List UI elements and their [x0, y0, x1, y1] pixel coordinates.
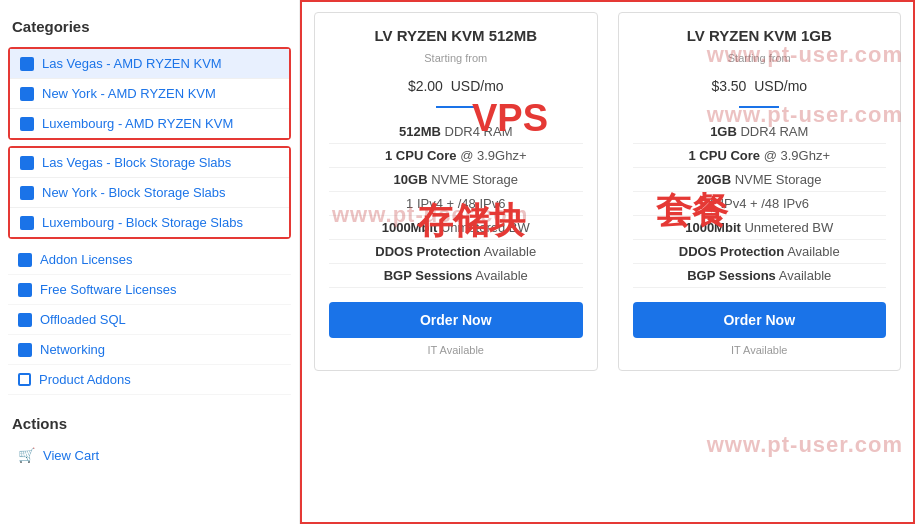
product-card-1gb: LV RYZEN KVM 1GB Starting from $3.50 USD… [618, 12, 902, 371]
sidebar-item-ny-block-storage[interactable]: New York - Block Storage Slabs [10, 178, 289, 208]
product-card-512mb: LV RYZEN KVM 512MB Starting from $2.00 U… [314, 12, 598, 371]
sidebar-item-lv-amd-ryzen-kvm[interactable]: Las Vegas - AMD RYZEN KVM [10, 49, 289, 79]
feature-list-2: 1GB DDR4 RAM 1 CPU Core @ 3.9Ghz+ 20GB N… [633, 120, 887, 288]
vps-category-group: Las Vegas - AMD RYZEN KVM New York - AMD… [8, 47, 291, 140]
addon-icon [18, 253, 32, 267]
order-button-1[interactable]: Order Now [329, 302, 583, 338]
feature-ram-1: 512MB DDR4 RAM [329, 120, 583, 144]
price-divider-2 [739, 106, 779, 108]
sidebar-item-ny-amd-ryzen-kvm[interactable]: New York - AMD RYZEN KVM [10, 79, 289, 109]
network-icon [18, 343, 32, 357]
categories-title: Categories [0, 10, 299, 43]
feature-ddos-1: DDOS Protection Available [329, 240, 583, 264]
feature-ddos-2: DDOS Protection Available [633, 240, 887, 264]
currency-1: USD/mo [451, 78, 504, 94]
feature-bw-1: 1000Mbit Unmetered BW [329, 216, 583, 240]
license-icon [18, 283, 32, 297]
feature-storage-2: 20GB NVME Storage [633, 168, 887, 192]
it-available-2: IT Available [633, 344, 887, 356]
sql-icon [18, 313, 32, 327]
price-2: $3.50 USD/mo [633, 66, 887, 98]
price-divider-1 [436, 106, 476, 108]
starting-from-2: Starting from [633, 52, 887, 64]
sidebar-item-free-software-licenses[interactable]: Free Software Licenses [8, 275, 291, 305]
server-icon [20, 117, 34, 131]
price-1: $2.00 USD/mo [329, 66, 583, 98]
feature-bgp-2: BGP Sessions Available [633, 264, 887, 288]
server-icon [20, 87, 34, 101]
cart-icon: 🛒 [18, 447, 35, 463]
feature-storage-1: 10GB NVME Storage [329, 168, 583, 192]
storage-icon [20, 156, 34, 170]
actions-section: Actions 🛒 View Cart [0, 407, 299, 470]
sidebar: Categories Las Vegas - AMD RYZEN KVM New… [0, 0, 300, 524]
sidebar-item-addon-licenses[interactable]: Addon Licenses [8, 245, 291, 275]
storage-icon [20, 186, 34, 200]
watermark-4: www.pt-user.com [707, 432, 903, 458]
feature-ip-2: 1 IPv4 + /48 IPv6 [633, 192, 887, 216]
view-cart-link[interactable]: 🛒 View Cart [8, 440, 291, 470]
server-icon [20, 57, 34, 71]
product-name-1: LV RYZEN KVM 512MB [329, 27, 583, 44]
storage-icon [20, 216, 34, 230]
feature-list-1: 512MB DDR4 RAM 1 CPU Core @ 3.9Ghz+ 10GB… [329, 120, 583, 288]
feature-ram-2: 1GB DDR4 RAM [633, 120, 887, 144]
feature-ip-1: 1 IPv4 + /48 IPv6 [329, 192, 583, 216]
sidebar-item-lv-block-storage[interactable]: Las Vegas - Block Storage Slabs [10, 148, 289, 178]
sidebar-item-product-addons[interactable]: Product Addons [8, 365, 291, 395]
product-name-2: LV RYZEN KVM 1GB [633, 27, 887, 44]
sidebar-item-networking[interactable]: Networking [8, 335, 291, 365]
main-content: www.pt-user.com www.pt-user.com www.pt-u… [300, 0, 915, 524]
currency-2: USD/mo [754, 78, 807, 94]
feature-cpu-2: 1 CPU Core @ 3.9Ghz+ [633, 144, 887, 168]
sidebar-item-offloaded-sql[interactable]: Offloaded SQL [8, 305, 291, 335]
starting-from-1: Starting from [329, 52, 583, 64]
it-available-1: IT Available [329, 344, 583, 356]
feature-bgp-1: BGP Sessions Available [329, 264, 583, 288]
sidebar-item-lux-block-storage[interactable]: Luxembourg - Block Storage Slabs [10, 208, 289, 237]
plugin-icon [18, 373, 31, 386]
feature-cpu-1: 1 CPU Core @ 3.9Ghz+ [329, 144, 583, 168]
storage-category-group: Las Vegas - Block Storage Slabs New York… [8, 146, 291, 239]
feature-bw-2: 1000Mbit Unmetered BW [633, 216, 887, 240]
actions-title: Actions [8, 407, 291, 440]
products-grid: LV RYZEN KVM 512MB Starting from $2.00 U… [314, 12, 901, 371]
sidebar-item-lux-amd-ryzen-kvm[interactable]: Luxembourg - AMD RYZEN KVM [10, 109, 289, 138]
order-button-2[interactable]: Order Now [633, 302, 887, 338]
other-categories: Addon Licenses Free Software Licenses Of… [8, 245, 291, 395]
